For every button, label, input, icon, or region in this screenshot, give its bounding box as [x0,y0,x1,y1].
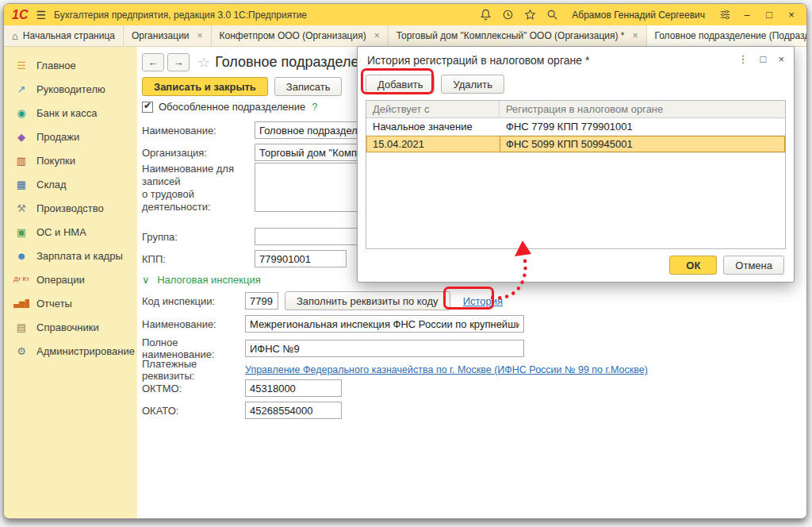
sidebar-item-sales[interactable]: ◆Продажи [4,125,137,148]
favorites-star-icon[interactable] [523,8,537,22]
forward-button[interactable]: → [167,53,190,71]
cell-registration: ФНС 7799 КПП 779901001 [500,121,785,133]
sidebar-item-purchases[interactable]: ▥Покупки [4,148,137,172]
sidebar-label: Администрирование [36,345,135,357]
okato-label: ОКАТО: [142,405,245,417]
sidebar-label: Отчеты [36,298,72,310]
tab-label: Конфетпром ООО (Организация) [220,30,366,41]
group-label: Группа: [142,231,255,243]
menu-icon: ☰ [13,60,29,71]
inspection-code-label: Код инспекции: [142,295,245,307]
help-link[interactable]: ? [312,101,317,113]
payment-details-link[interactable]: Управление Федерального казначейства по … [245,364,648,375]
chevron-down-icon: ∨ [142,274,150,286]
oktmo-label: ОКТМО: [142,383,245,394]
sidebar-item-warehouse[interactable]: ▦Склад [4,172,137,196]
sidebar-item-reports[interactable]: ▄▆█Отчеты [4,291,137,315]
tab-label: Организации [132,30,190,41]
tab-label: Торговый дом "Комплексный" ООО (Организа… [396,30,625,41]
current-user[interactable]: Абрамов Геннадий Сергеевич [572,10,705,21]
production-icon: ⚒ [13,202,29,214]
sidebar-item-production[interactable]: ⚒Производство [4,196,137,220]
tab-golovnoe-podrazdelenie[interactable]: Головное подразделение (Подразделение) × [647,25,808,46]
tab-home[interactable]: ⌂ Начальная страница [4,25,124,46]
reports-bars-icon: ▄▆█ [13,299,29,308]
delete-button[interactable]: Удалить [441,75,504,94]
sidebar-item-main[interactable]: ☰Главное [4,53,137,77]
tab-bar: ⌂ Начальная страница Организации × Конфе… [4,25,806,47]
cancel-button[interactable]: Отмена [723,256,784,275]
sidebar-label: Операции [36,274,85,286]
save-button[interactable]: Записать [274,77,343,96]
search-icon[interactable] [545,8,559,22]
sidebar-label: Склад [36,179,67,190]
sidebar-item-fixed-assets[interactable]: ▣ОС и НМА [4,220,137,244]
chart-up-icon: ↗ [13,83,29,95]
back-button[interactable]: ← [142,53,164,71]
dtkt-icon: Дт Кт [13,276,29,283]
tab-label: Головное подразделение (Подразделение) [655,30,808,41]
tab-torgovy-dom[interactable]: Торговый дом "Комплексный" ООО (Организа… [389,25,647,46]
inspection-name-input[interactable] [245,315,524,333]
tax-inspection-section-label: Налоговая инспекция [157,274,261,286]
labor-activity-label: Наименование для записей [142,163,234,187]
app-window: 1С ☰ Бухгалтерия предприятия, редакция 3… [3,3,807,519]
dialog-title: История регистраций в налоговом органе * [358,47,794,70]
tax-inspection-section-toggle[interactable]: ∨ Налоговая инспекция [142,274,261,286]
tab-close-icon[interactable]: × [374,30,380,41]
dialog-maximize-icon[interactable]: □ [760,53,767,65]
table-row-selected[interactable]: 15.04.2021 ФНС 5099 КПП 509945001 [366,136,785,153]
fill-by-code-button[interactable]: Заполнить реквизиты по коду [285,291,450,310]
sidebar-label: Справочники [36,321,99,333]
close-button[interactable]: × [784,9,799,21]
home-icon: ⌂ [12,30,18,42]
payment-details-label: Платежные реквизиты: [142,358,245,382]
okato-input[interactable] [245,402,342,419]
history-link[interactable]: История [463,295,503,307]
separate-subdivision-checkbox[interactable] [142,102,153,113]
organization-label: Организация: [142,147,255,159]
tab-label: Начальная страница [23,30,115,41]
history-icon[interactable] [500,8,515,22]
minimize-button[interactable]: – [740,9,754,21]
sidebar-item-administration[interactable]: ⚙Администрирование [4,339,137,363]
add-button[interactable]: Добавить [366,75,435,94]
dialog-close-icon[interactable]: × [778,53,784,65]
maximize-button[interactable]: □ [762,9,776,21]
sidebar-item-directories[interactable]: ▤Справочники [4,315,137,339]
tab-organizations[interactable]: Организации × [124,25,212,46]
sidebar-label: Зарплата и кадры [36,250,123,262]
name-label: Наименование: [142,125,255,137]
labor-activity-label-2: о трудовой деятельности: [142,188,211,213]
title-bar: 1С ☰ Бухгалтерия предприятия, редакция 3… [4,4,806,25]
sidebar-label: Покупки [36,155,75,167]
favorite-star-icon[interactable]: ☆ [197,54,210,71]
sidebar-item-bank-cash[interactable]: ◉Банк и касса [4,101,137,125]
sidebar-item-operations[interactable]: Дт КтОперации [4,267,137,291]
main-menu-icon[interactable]: ☰ [36,9,46,21]
table-row[interactable]: Начальное значение ФНС 7799 КПП 77990100… [366,118,785,136]
ok-button[interactable]: ОК [669,256,717,275]
people-icon: ☻ [13,250,29,262]
dialog-kebab-menu-icon[interactable]: ⋮ [738,53,749,65]
sidebar-label: ОС и НМА [36,226,86,238]
tab-close-icon[interactable]: × [632,30,638,41]
sidebar-label: Продажи [36,131,79,143]
tab-konfetprom[interactable]: Конфетпром ООО (Организация) × [212,25,389,46]
sales-icon: ◆ [13,131,29,143]
column-header-valid-from: Действует с [366,101,500,117]
full-name-input[interactable] [245,340,524,357]
warehouse-icon: ▦ [13,179,29,190]
notifications-bell-icon[interactable] [478,8,492,22]
oktmo-input[interactable] [245,379,342,397]
save-and-close-button[interactable]: Записать и закрыть [142,77,268,96]
sidebar-item-salary-hr[interactable]: ☻Зарплата и кадры [4,244,137,267]
cell-valid-from: 15.04.2021 [366,138,500,150]
tab-close-icon[interactable]: × [197,30,203,41]
book-icon: ▤ [13,321,29,333]
settings-sliders-icon[interactable] [718,8,732,22]
purchases-cart-icon: ▥ [13,155,29,167]
inspection-code-input[interactable] [245,292,278,310]
sidebar-item-manager[interactable]: ↗Руководителю [4,77,137,101]
kpp-input[interactable] [255,250,347,267]
